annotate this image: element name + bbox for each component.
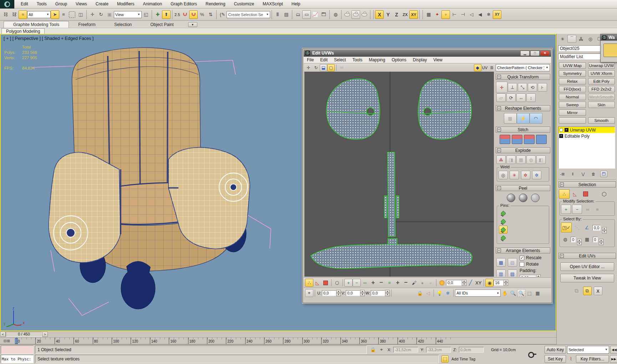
collapse-icon[interactable]: − bbox=[497, 106, 501, 110]
modifier-button[interactable]: Edit Poly bbox=[588, 78, 615, 84]
menu-item[interactable]: Help bbox=[287, 0, 305, 8]
application-logo-icon[interactable] bbox=[0, 0, 14, 9]
shrink-ring-icon[interactable]: − bbox=[402, 279, 410, 287]
rollout-explode[interactable]: −Explode bbox=[496, 147, 550, 153]
weld-selected-icon[interactable]: ✳ bbox=[510, 171, 519, 179]
flatten-by-face-icon[interactable]: ▦ bbox=[516, 155, 526, 164]
brush-size-spinner[interactable]: ▲▼ bbox=[504, 280, 508, 286]
vertex-selection-icon[interactable]: ∴ bbox=[559, 189, 570, 199]
collapse-icon[interactable]: − bbox=[560, 183, 564, 186]
select-and-manipulate-icon[interactable]: ✚ bbox=[153, 10, 162, 19]
add-time-tag-label[interactable]: Add Time Tag bbox=[451, 357, 475, 361]
grow-loop-icon[interactable]: + bbox=[369, 279, 377, 287]
target-weld-icon[interactable]: ◎ bbox=[499, 171, 508, 179]
menu-item[interactable]: Graph Editors bbox=[166, 0, 201, 8]
modifier-button[interactable]: MeshSmooth bbox=[588, 94, 615, 100]
select-by-matid-icon[interactable]: ▦ bbox=[583, 235, 591, 244]
padding-spinner[interactable]: ▲▼ bbox=[536, 275, 541, 277]
edge-submode-icon[interactable]: ◺ bbox=[313, 279, 322, 287]
open-uv-editor-button[interactable]: Open UV Editor ... bbox=[560, 262, 614, 271]
brush-size-input[interactable]: 16 bbox=[494, 280, 504, 286]
pin-stack-icon[interactable]: -⊠ bbox=[559, 171, 566, 177]
matid-input[interactable]: 0 bbox=[593, 237, 598, 242]
graphite-ribbon-toggle-icon[interactable]: ▭ bbox=[302, 10, 311, 19]
x-coord-field[interactable]: -31,52cm bbox=[393, 347, 418, 353]
create-tab-icon[interactable]: ✳ bbox=[558, 35, 567, 43]
shrink-icon[interactable]: − bbox=[572, 205, 582, 214]
clear-x-button[interactable]: X bbox=[594, 287, 602, 295]
absolute-typein-icon[interactable]: ⌖ bbox=[305, 289, 313, 297]
align-horizontal-icon[interactable]: ⟂ bbox=[508, 83, 517, 92]
relax-tool-icon[interactable]: ◠ bbox=[530, 113, 542, 124]
axis-constraint-y-button[interactable]: Y bbox=[384, 10, 392, 19]
select-and-link-icon[interactable]: ⛓ bbox=[1, 10, 10, 19]
auto-pin-icon[interactable] bbox=[499, 226, 507, 234]
zoom-extents-icon[interactable]: ⬚ bbox=[525, 289, 533, 297]
show-map-icon[interactable]: ◆ bbox=[474, 64, 481, 71]
edit-named-selection-sets-icon[interactable]: {✎ bbox=[218, 10, 227, 19]
flatten-custom-icon[interactable]: ◧ bbox=[536, 155, 546, 164]
menu-item[interactable]: Views bbox=[71, 0, 91, 8]
stack-row-editable-poly[interactable]: + Editable Poly bbox=[558, 133, 615, 139]
snap-toggle-icon[interactable]: ▦ bbox=[533, 289, 542, 297]
hide-selected-icon[interactable]: ◁ bbox=[424, 289, 432, 297]
z-coord-field[interactable]: 0,0cm bbox=[459, 347, 484, 353]
tweak-in-view-button[interactable]: Tweak In View bbox=[560, 274, 614, 282]
ribbon-tab-object-paint[interactable]: Object Paint bbox=[141, 21, 183, 28]
shrink-loop-icon[interactable]: − bbox=[377, 279, 385, 287]
peel-mode-icon[interactable] bbox=[519, 194, 527, 202]
peel-reset-icon[interactable] bbox=[531, 194, 540, 202]
selection-lock-icon[interactable]: 🔒 bbox=[370, 346, 376, 353]
align-vertical-icon[interactable]: ⊦ bbox=[538, 83, 547, 92]
menu-item[interactable]: Animation bbox=[139, 0, 166, 8]
previous-frame-button[interactable]: < bbox=[0, 332, 6, 337]
collapse-icon[interactable]: − bbox=[497, 248, 501, 252]
track-bar[interactable]: ⊟⊞ 0204060801001201401601802002202402602… bbox=[0, 337, 556, 344]
pack-together-icon[interactable]: ▥ bbox=[496, 270, 506, 277]
modifier-button[interactable]: Relax bbox=[559, 78, 586, 84]
render-production-icon[interactable] bbox=[360, 10, 369, 19]
window-crossing-icon[interactable]: ◫ bbox=[76, 10, 85, 19]
relax-until-flat-icon[interactable]: ⚡ bbox=[517, 113, 530, 124]
axis-constraint-xy-button[interactable]: XY bbox=[409, 10, 418, 19]
motion-tab-icon[interactable]: ◎ bbox=[586, 35, 595, 43]
face-submode-icon[interactable] bbox=[322, 279, 330, 287]
flatten-by-angle-icon[interactable]: ◨ bbox=[506, 155, 516, 164]
zoom-region-icon[interactable]: 🔍 bbox=[517, 289, 525, 297]
render-setup-icon[interactable] bbox=[343, 10, 352, 19]
menu-item[interactable]: Modifiers bbox=[113, 0, 139, 8]
collapse-icon[interactable]: − bbox=[497, 128, 501, 132]
expand-modifier-icon[interactable]: + bbox=[565, 128, 568, 132]
uv-menu-item[interactable]: Display bbox=[410, 57, 430, 63]
auto-key-button[interactable]: Auto Key bbox=[545, 346, 566, 354]
absolute-offset-mode-icon[interactable]: ⌖ bbox=[378, 346, 385, 353]
schematic-view-icon[interactable]: 🗔 bbox=[319, 10, 328, 19]
stitch-custom-icon[interactable] bbox=[500, 135, 510, 144]
named-selection-sets-dropdown[interactable]: Create Selection Se▼ bbox=[227, 11, 270, 18]
rotate-ccw-icon[interactable]: ⟲ bbox=[528, 83, 537, 92]
vertex-submode-icon[interactable]: ∴ bbox=[305, 279, 313, 287]
rollout-stitch[interactable]: −Stitch bbox=[496, 127, 550, 133]
scale-uv-icon[interactable]: ⬓ bbox=[320, 64, 327, 71]
angle-spinner[interactable]: ▲▼ bbox=[602, 227, 607, 234]
open-mini-curve-editor-icon[interactable]: ⊟⊞ bbox=[1, 338, 13, 344]
modifier-button[interactable] bbox=[559, 117, 586, 124]
polygon-selection-icon[interactable] bbox=[580, 189, 591, 199]
y-coord-field[interactable]: -33,2cm bbox=[426, 347, 451, 353]
select-and-move-icon[interactable]: ✛ bbox=[88, 10, 97, 19]
modifier-button[interactable]: Unwrap UVW bbox=[588, 62, 615, 69]
select-and-rotate-icon[interactable]: ↻ bbox=[97, 10, 105, 19]
maximize-button[interactable]: □ bbox=[530, 51, 540, 56]
element-selection-icon[interactable]: ⬡ bbox=[599, 189, 610, 199]
grow-ring-icon[interactable]: + bbox=[394, 279, 402, 287]
zoom-icon[interactable]: 🔍 bbox=[509, 289, 517, 297]
show-edge-distortion-icon[interactable]: ⧉ bbox=[583, 287, 592, 295]
modifier-button[interactable]: FFD(box) bbox=[559, 86, 586, 92]
rotate-checkbox[interactable] bbox=[520, 262, 524, 267]
w-input[interactable]: 0,0 bbox=[371, 290, 385, 296]
filter-selected-faces-icon[interactable]: 💡 bbox=[435, 289, 444, 297]
w-spinner[interactable]: ▲▼ bbox=[385, 290, 390, 296]
ribbon-minimize-dropdown-icon[interactable]: ▼ bbox=[188, 22, 197, 27]
align-pivot-icon[interactable]: ✛ bbox=[496, 82, 507, 93]
snap-grid-points-icon[interactable]: ▦ bbox=[424, 10, 433, 19]
